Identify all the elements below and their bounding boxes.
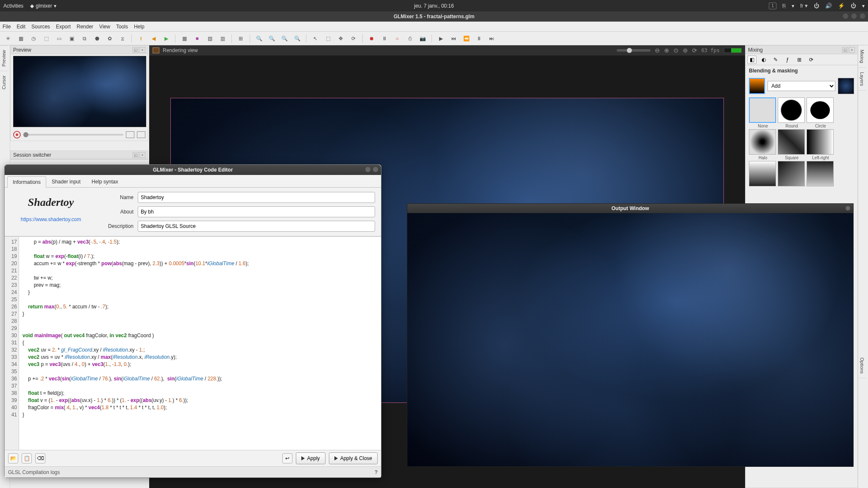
tab-shader-input[interactable]: Shader input bbox=[46, 176, 86, 187]
menu-edit[interactable]: Edit bbox=[17, 24, 25, 30]
preview-mode2-icon[interactable] bbox=[137, 131, 145, 138]
clock[interactable]: jeu. 7 janv., 00:16 bbox=[414, 3, 454, 9]
preview-slider[interactable] bbox=[23, 134, 123, 136]
tool3-icon[interactable]: ▥ bbox=[218, 34, 227, 43]
menu-help[interactable]: Help bbox=[134, 24, 145, 30]
link-source-icon[interactable]: ⧖ bbox=[118, 34, 127, 43]
play2-icon[interactable]: ▶ bbox=[436, 34, 445, 43]
record-toggle-icon[interactable] bbox=[13, 131, 21, 139]
keyboard-layout[interactable]: fr ▾ bbox=[800, 3, 808, 9]
name-field[interactable] bbox=[138, 192, 375, 203]
stop-rec-icon[interactable]: ○ bbox=[392, 34, 402, 43]
menu-export[interactable]: Export bbox=[56, 24, 71, 30]
menu-sources[interactable]: Sources bbox=[31, 24, 50, 30]
next-icon[interactable]: ⏭ bbox=[487, 34, 496, 43]
zoom-100-icon[interactable]: ⊚ bbox=[683, 47, 688, 54]
step-back-icon[interactable]: ◀ bbox=[149, 34, 158, 43]
mask-halo[interactable]: Halo bbox=[749, 129, 777, 160]
volume-icon[interactable]: 🔊 bbox=[825, 3, 832, 9]
web-source-icon[interactable]: ⬣ bbox=[92, 34, 102, 43]
battery-icon[interactable]: ⚡ bbox=[838, 3, 845, 9]
dialog-minimize-button[interactable] bbox=[365, 166, 371, 172]
workspace-indicator[interactable]: 1 bbox=[769, 3, 776, 9]
description-field[interactable] bbox=[138, 221, 375, 232]
tab-help-syntax[interactable]: Help syntax bbox=[86, 176, 124, 187]
activities-button[interactable]: Activities bbox=[3, 3, 23, 9]
panel-float-icon[interactable]: ◱ bbox=[842, 47, 848, 53]
compilation-log-bar[interactable]: GLSL Compilation logs ? bbox=[5, 466, 381, 477]
mask-none[interactable]: None bbox=[749, 97, 777, 128]
rail-mixing-tab[interactable]: Mixing bbox=[858, 45, 866, 68]
menu-view[interactable]: View bbox=[99, 24, 110, 30]
mix-tab-blend-icon[interactable]: ◧ bbox=[747, 55, 757, 64]
menu-tools[interactable]: Tools bbox=[116, 24, 128, 30]
refresh-icon[interactable]: ⟳ bbox=[692, 47, 697, 54]
power-icon[interactable]: ⏻ bbox=[851, 3, 856, 9]
clear-icon[interactable]: ⌫ bbox=[35, 453, 45, 463]
mix-tab-3-icon[interactable]: ✎ bbox=[771, 55, 780, 64]
mask-circle[interactable]: Circle bbox=[807, 97, 835, 128]
paste-icon[interactable]: 📋 bbox=[22, 453, 32, 463]
panel-close-icon[interactable]: × bbox=[139, 47, 145, 53]
select-icon[interactable]: ⬚ bbox=[323, 34, 333, 43]
mix-tab-2-icon[interactable]: ◐ bbox=[759, 55, 768, 64]
output-title-bar[interactable]: Output Window bbox=[407, 204, 853, 213]
mix-tab-4-icon[interactable]: ƒ bbox=[783, 55, 792, 64]
move-icon[interactable]: ✥ bbox=[336, 34, 345, 43]
rail-options-tab[interactable]: Options bbox=[858, 353, 866, 378]
prev-icon[interactable]: ⏮ bbox=[449, 34, 458, 43]
tool1-icon[interactable]: ▦ bbox=[180, 34, 189, 43]
zoom-fit-icon[interactable]: ⊙ bbox=[673, 47, 679, 54]
close-button[interactable] bbox=[860, 13, 865, 19]
zoom-fit-icon[interactable]: 🔍 bbox=[267, 34, 276, 43]
blend-mode-select[interactable]: Add bbox=[768, 81, 835, 91]
about-field[interactable] bbox=[138, 206, 375, 217]
video-source-icon[interactable]: ▦ bbox=[16, 34, 25, 43]
grid-icon[interactable]: ⊞ bbox=[236, 34, 245, 43]
zoom-reset-icon[interactable]: 🔍 bbox=[254, 34, 264, 43]
tool2-icon[interactable]: ▧ bbox=[205, 34, 214, 43]
rec-icon[interactable]: ⏺ bbox=[367, 34, 376, 43]
mask-extra-2[interactable] bbox=[778, 161, 806, 187]
zoom-in-icon[interactable]: ⊕ bbox=[664, 47, 669, 54]
skip-start-icon[interactable]: ⦀ bbox=[136, 34, 145, 43]
app-menu[interactable]: ◆ glmixer ▾ bbox=[30, 3, 56, 9]
clipboard-icon[interactable]: ⎘ bbox=[782, 3, 786, 9]
mask-extra-1[interactable] bbox=[749, 161, 777, 187]
snapshot-icon[interactable]: ⎙ bbox=[405, 34, 415, 43]
mask-left-right[interactable]: Left-right bbox=[807, 129, 835, 160]
zoom-in-icon[interactable]: 🔍 bbox=[280, 34, 289, 43]
rotate-icon[interactable]: ⟳ bbox=[349, 34, 358, 43]
window-source-icon[interactable]: ▭ bbox=[54, 34, 64, 43]
output-close-button[interactable] bbox=[845, 205, 851, 211]
wrap-icon[interactable]: ↩ bbox=[282, 453, 292, 463]
camera-source-icon[interactable]: ◷ bbox=[29, 34, 38, 43]
accessibility-icon[interactable]: ⏻ bbox=[814, 3, 819, 9]
mask-extra-3[interactable] bbox=[807, 161, 835, 187]
mask-square[interactable]: Square bbox=[778, 129, 806, 160]
zoom-slider[interactable] bbox=[617, 49, 651, 52]
rail-cursor-tab[interactable]: Cursor bbox=[0, 71, 8, 94]
stop-icon[interactable]: ■ bbox=[192, 34, 202, 43]
plugin-source-icon[interactable]: ✿ bbox=[105, 34, 114, 43]
blend-swatch-icon[interactable] bbox=[749, 78, 765, 94]
rail-layers-tab[interactable]: Layers bbox=[858, 68, 866, 91]
panel-close-icon[interactable]: × bbox=[139, 152, 145, 158]
dialog-title-bar[interactable]: GLMixer - Shadertoy Code Editor bbox=[5, 165, 381, 175]
panel-float-icon[interactable]: ◱ bbox=[133, 47, 139, 53]
pause2-icon[interactable]: ⏸ bbox=[474, 34, 484, 43]
new-source-icon[interactable]: ✳ bbox=[3, 34, 13, 43]
pause-rec-icon[interactable]: ⏸ bbox=[380, 34, 389, 43]
menu-file[interactable]: File bbox=[3, 24, 11, 30]
cursor-icon[interactable]: ↖ bbox=[311, 34, 320, 43]
screen-source-icon[interactable]: ▣ bbox=[67, 34, 76, 43]
tab-informations[interactable]: Informations bbox=[7, 176, 46, 188]
rail-preview-tab[interactable]: Preview bbox=[0, 45, 8, 71]
open-file-icon[interactable]: 📂 bbox=[8, 453, 18, 463]
shadertoy-link[interactable]: https://www.shadertoy.com bbox=[21, 216, 81, 222]
mask-round[interactable]: Round bbox=[778, 97, 806, 128]
play-icon[interactable]: ▶ bbox=[161, 34, 171, 43]
menu-render[interactable]: Render bbox=[77, 24, 93, 30]
code-text[interactable]: p = abs(p) / mag + vec3(-.5, -.4, -1.5);… bbox=[19, 237, 381, 450]
minimize-button[interactable] bbox=[843, 13, 849, 19]
